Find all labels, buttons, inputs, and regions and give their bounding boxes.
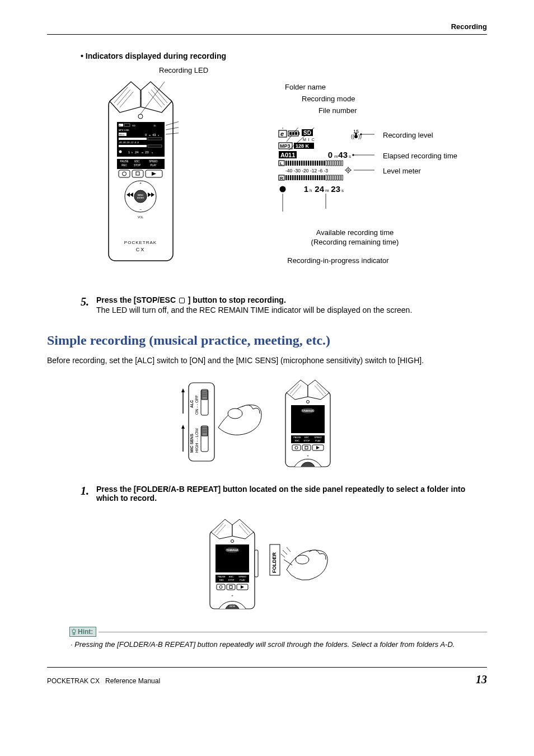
svg-rect-93 — [301, 161, 303, 166]
folder-name-label: Folder name — [285, 83, 357, 91]
svg-text:YAMAHA: YAMAHA — [302, 409, 314, 412]
svg-rect-107 — [332, 161, 334, 166]
svg-rect-198 — [292, 445, 301, 450]
svg-rect-121 — [285, 175, 287, 180]
svg-text:SD: SD — [132, 124, 135, 127]
svg-rect-99 — [315, 161, 316, 166]
page-footer: POCKETRAK CX Reference Manual 13 — [47, 667, 487, 686]
svg-rect-17 — [119, 138, 147, 140]
rec-in-progress-label: Recording-in-progress indicator — [243, 256, 433, 265]
svg-text:MP3: MP3 — [280, 143, 291, 149]
svg-text:PAUSE: PAUSE — [120, 160, 129, 163]
svg-text:15: 15 — [153, 124, 156, 127]
svg-text:+: + — [307, 454, 309, 457]
svg-text:CX: CX — [136, 247, 146, 252]
svg-rect-144 — [337, 175, 339, 180]
level-meter-label: Level meter — [383, 167, 421, 175]
svg-rect-65 — [295, 132, 297, 135]
svg-point-114 — [348, 170, 349, 171]
svg-line-234 — [287, 547, 291, 552]
hint-label: Hint: — [69, 627, 96, 637]
svg-rect-131 — [308, 175, 310, 180]
svg-text:SPEED: SPEED — [149, 160, 158, 163]
svg-rect-89 — [292, 161, 294, 166]
svg-rect-92 — [299, 161, 301, 166]
svg-text:m: m — [325, 188, 329, 193]
footer-doc: Reference Manual — [105, 677, 160, 685]
svg-text:−: − — [139, 208, 142, 212]
step-1-number: 1. — [81, 485, 94, 497]
svg-text:REC: REC — [219, 579, 224, 581]
svg-text:128 K: 128 K — [296, 143, 310, 149]
svg-text:43: 43 — [152, 133, 156, 137]
svg-text:REC: REC — [295, 439, 300, 442]
svg-text:1: 1 — [304, 184, 308, 194]
stop-icon — [179, 298, 185, 303]
svg-text:s: s — [158, 134, 159, 137]
svg-rect-110 — [339, 161, 341, 166]
svg-rect-166 — [202, 391, 208, 400]
svg-line-237 — [72, 630, 72, 630]
svg-text:STOP: STOP — [134, 164, 140, 167]
svg-text:M I C: M I C — [303, 138, 315, 142]
svg-rect-63 — [289, 132, 292, 135]
svg-text:ALC: ALC — [190, 400, 194, 408]
svg-rect-200 — [302, 445, 311, 450]
svg-text:PLAY: PLAY — [240, 579, 245, 581]
svg-rect-142 — [332, 175, 334, 180]
svg-text:FOLDER: FOLDER — [271, 552, 277, 573]
step-1-title: Press the [FOLDER/A-B REPEAT] button loc… — [96, 485, 465, 503]
svg-rect-108 — [335, 161, 336, 166]
svg-point-155 — [360, 134, 362, 135]
svg-point-157 — [353, 154, 354, 156]
available-time-label-2: (Recording remaining time) — [277, 238, 433, 246]
available-time-label-1: Available recording time — [277, 228, 433, 237]
svg-rect-221 — [227, 584, 235, 590]
svg-line-238 — [76, 630, 76, 630]
svg-rect-104 — [326, 161, 327, 166]
svg-rect-88 — [290, 161, 292, 166]
svg-rect-105 — [328, 161, 330, 166]
svg-text:+: + — [231, 594, 233, 597]
svg-rect-139 — [326, 175, 327, 180]
svg-rect-239 — [73, 633, 75, 635]
svg-text:SD: SD — [303, 130, 311, 136]
svg-rect-100 — [317, 161, 318, 166]
svg-rect-126 — [297, 175, 298, 180]
svg-rect-101 — [319, 161, 321, 166]
section-intro: Before recording, set the [ALC] switch t… — [47, 355, 487, 367]
svg-rect-94 — [303, 161, 305, 166]
svg-rect-109 — [337, 161, 339, 166]
svg-text:ESC: ESC — [305, 436, 309, 439]
svg-text:s: s — [349, 154, 351, 159]
svg-rect-136 — [319, 175, 321, 180]
svg-rect-228 — [255, 550, 258, 577]
svg-text:((: (( — [351, 134, 354, 139]
svg-line-232 — [281, 554, 285, 557]
svg-rect-106 — [330, 161, 332, 166]
svg-text:e: e — [280, 130, 284, 137]
svg-rect-146 — [341, 175, 343, 180]
svg-rect-91 — [297, 161, 298, 166]
svg-point-43 — [134, 190, 147, 203]
svg-rect-132 — [310, 175, 312, 180]
file-number-label: File number — [318, 106, 357, 115]
svg-text:h: h — [310, 188, 312, 193]
svg-rect-143 — [335, 175, 336, 180]
svg-rect-145 — [339, 175, 341, 180]
svg-point-183 — [228, 408, 242, 419]
hint-text: · Pressing the [FOLDER/A-B REPEAT] butto… — [69, 639, 487, 650]
indicators-heading: • Indicators displayed during recording — [81, 51, 487, 60]
footer-product: POCKETRAK CX — [47, 677, 100, 685]
svg-rect-127 — [299, 175, 301, 180]
section-heading-simple-recording: Simple recording (musical practice, meet… — [47, 333, 487, 348]
svg-text:PLAY: PLAY — [150, 164, 156, 167]
folder-button-figure: YAMAHA PAUSEESCSPEED RECSTOPPLAY MENU EN… — [47, 514, 487, 613]
recording-led-label: Recording LED — [159, 66, 208, 74]
svg-text:PAUSE: PAUSE — [218, 575, 226, 578]
lcd-closeup: e SD M I C 15 (( )) MP3 128 K — [277, 128, 374, 212]
recording-level-label: Recording level — [383, 131, 433, 139]
svg-text:ENTER: ENTER — [137, 197, 144, 199]
page-number: 13 — [476, 673, 487, 686]
svg-rect-87 — [288, 161, 289, 166]
